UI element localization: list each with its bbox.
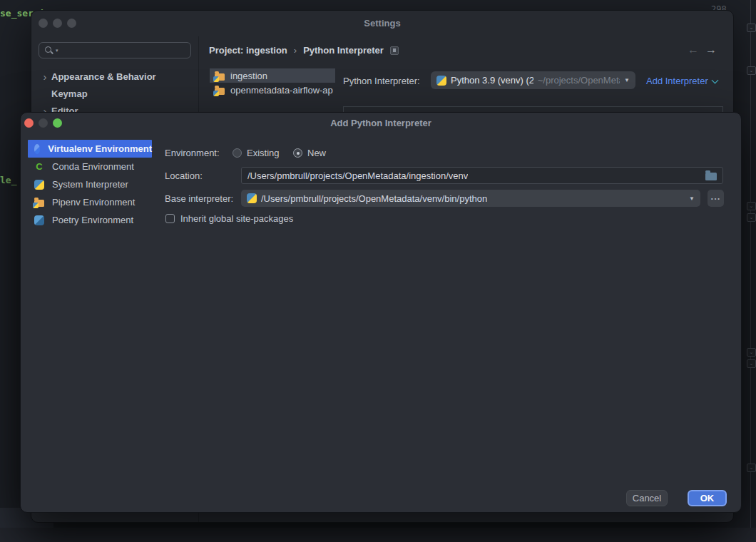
project-row-openmetadata-airflow[interactable]: openmetadata-airflow-ap (210, 83, 335, 97)
base-interpreter-label: Base interpreter: (165, 193, 233, 204)
breadcrumb-project[interactable]: Project: ingestion (209, 45, 287, 56)
location-value: /Users/pmbrull/projects/OpenMetadata/ing… (247, 170, 468, 181)
python-icon (247, 193, 257, 203)
add-interpreter-link[interactable]: Add Interpreter (646, 76, 717, 86)
background-code-line: le_ (0, 175, 19, 185)
project-row-label: openmetadata-airflow-ap (230, 85, 333, 96)
sidebar-item-conda[interactable]: C Conda Environment (28, 158, 152, 175)
caret-down-icon: ▼ (624, 77, 630, 83)
sidebar-item-label: System Interpreter (52, 179, 128, 190)
project-scope-icon (390, 46, 399, 55)
forward-arrow-icon[interactable]: → (705, 44, 717, 56)
sidebar-item-label: Keymap (51, 88, 88, 99)
project-row-label: ingestion (230, 71, 267, 81)
environment-label: Environment: (165, 148, 220, 158)
interpreter-dropdown[interactable]: Python 3.9 (venv) (2) ~/projects/OpenMet… (431, 71, 635, 89)
virtualenv-icon (34, 144, 40, 154)
dialog-sidebar: Virtualenv Environment C Conda Environme… (28, 140, 152, 229)
pipenv-folder-icon (34, 200, 44, 207)
radio-new-label[interactable]: New (307, 148, 326, 158)
ok-button[interactable]: OK (688, 490, 727, 506)
breadcrumb-separator-icon: › (294, 45, 297, 56)
chevron-down-icon (711, 77, 718, 84)
python-folder-icon (215, 73, 225, 81)
back-arrow-icon[interactable]: ← (688, 44, 699, 56)
add-interpreter-dialog: Add Python Interpreter Virtualenv Enviro… (20, 112, 742, 513)
search-history-caret-icon[interactable]: ▾ (56, 48, 58, 53)
background-editor-strip (0, 528, 756, 542)
radio-existing[interactable] (233, 148, 242, 158)
sidebar-item-label: Conda Environment (52, 161, 134, 172)
sidebar-item-virtualenv[interactable]: Virtualenv Environment (28, 140, 152, 158)
location-input[interactable]: /Users/pmbrull/projects/OpenMetadata/ing… (241, 167, 723, 184)
sidebar-item-pipenv[interactable]: Pipenv Environment (28, 193, 152, 211)
fold-marker-icon[interactable]: ⌄ (747, 213, 756, 222)
fold-marker-icon[interactable]: ⌄ (747, 202, 756, 210)
fold-marker-icon[interactable]: ⌄ (747, 348, 756, 357)
location-label: Location: (165, 170, 203, 181)
project-list: ingestion openmetadata-airflow-ap (210, 68, 335, 97)
python-badge-icon (213, 91, 219, 96)
sidebar-item-label: Pipenv Environment (52, 197, 135, 208)
settings-window-title: Settings (31, 18, 733, 29)
sidebar-item-label: Appearance & Behavior (51, 71, 156, 82)
project-row-ingestion[interactable]: ingestion (210, 68, 335, 83)
inherit-checkbox-group[interactable]: Inherit global site-packages (165, 213, 293, 224)
interpreter-value: Python 3.9 (venv) (2) (451, 75, 533, 86)
search-icon (44, 46, 54, 56)
python-icon (436, 76, 446, 86)
python-folder-icon (215, 88, 225, 95)
interpreter-label: Python Interpreter: (343, 76, 420, 86)
sidebar-item-label: Poetry Environment (52, 215, 133, 225)
sidebar-item-keymap[interactable]: › Keymap (39, 85, 191, 102)
radio-new[interactable] (293, 148, 302, 158)
base-interpreter-value: /Users/pmbrull/projects/OpenMetadata/ven… (261, 193, 487, 204)
inherit-checkbox[interactable] (165, 214, 175, 223)
browse-folder-icon[interactable] (705, 173, 717, 180)
browse-interpreter-button[interactable]: ... (708, 190, 724, 207)
editor-scrollbar-rail[interactable] (750, 0, 751, 542)
python-badge-icon (213, 76, 219, 82)
poetry-icon (34, 215, 44, 225)
dialog-title: Add Python Interpreter (21, 118, 741, 128)
radio-existing-group[interactable]: Existing (233, 148, 280, 158)
inherit-checkbox-label[interactable]: Inherit global site-packages (180, 213, 293, 224)
fold-marker-icon[interactable]: ⌄ (747, 66, 756, 75)
chevron-right-icon[interactable]: › (39, 71, 51, 83)
interpreter-path: ~/projects/OpenMeta (538, 75, 620, 86)
radio-new-group[interactable]: New (293, 148, 326, 158)
radio-existing-label[interactable]: Existing (247, 148, 280, 158)
fold-marker-icon[interactable]: ⌄ (747, 359, 756, 368)
fold-marker-icon[interactable]: ⌄ (747, 464, 756, 472)
sidebar-item-system[interactable]: System Interpreter (28, 175, 152, 193)
add-interpreter-label: Add Interpreter (646, 76, 708, 86)
sidebar-item-label: Virtualenv Environment (48, 143, 152, 154)
fold-marker-icon[interactable]: ⌄ (747, 24, 756, 32)
sidebar-item-appearance-behavior[interactable]: › Appearance & Behavior (39, 68, 191, 85)
base-interpreter-dropdown[interactable]: /Users/pmbrull/projects/OpenMetadata/ven… (241, 190, 700, 207)
screen: se_service" le_ 298 ⌄ ⌄ ⌄ ⌄ ⌄ ⌄ ⌄ Settin… (0, 0, 756, 542)
conda-icon: C (34, 162, 44, 172)
settings-search-input[interactable]: ▾ (39, 42, 191, 58)
cancel-button[interactable]: Cancel (626, 490, 668, 506)
breadcrumb: Project: ingestion › Python Interpreter (209, 45, 399, 56)
sidebar-item-poetry[interactable]: Poetry Environment (28, 211, 152, 229)
breadcrumb-page[interactable]: Python Interpreter (303, 45, 384, 56)
python-icon (34, 180, 44, 190)
python-badge-icon (33, 203, 39, 208)
caret-down-icon: ▼ (689, 195, 695, 202)
